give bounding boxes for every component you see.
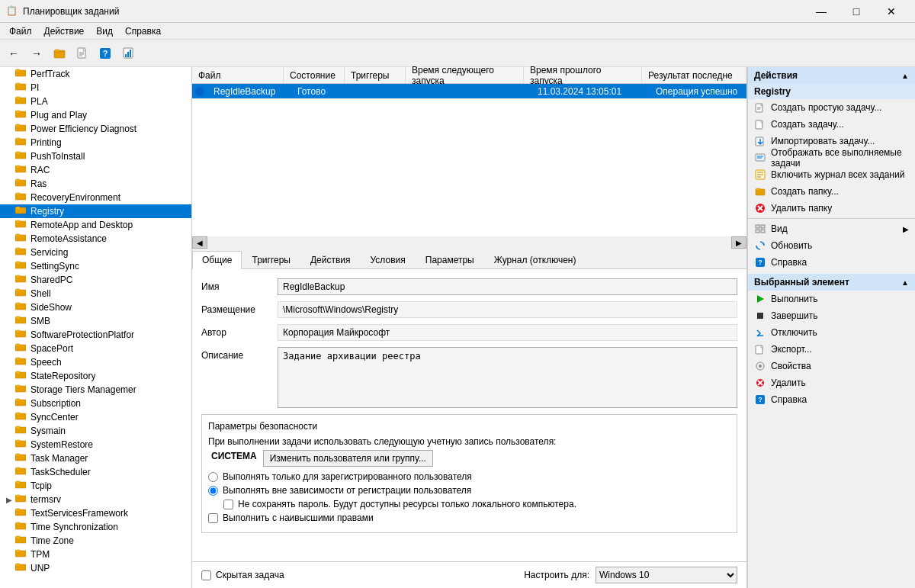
tree-item-PI[interactable]: PI: [0, 81, 191, 95]
col-next-run[interactable]: Время следующего запуска: [406, 67, 524, 83]
scroll-right-btn[interactable]: ▶: [731, 236, 746, 249]
table-row[interactable]: RegIdleBackup Готово 11.03.2024 13:05:01…: [192, 84, 746, 99]
create-simple-task-action[interactable]: Создать простую задачу...: [748, 99, 915, 116]
tree-item-PLA[interactable]: PLA: [0, 95, 191, 108]
change-user-button[interactable]: Изменить пользователя или группу...: [263, 450, 433, 467]
tree-item-Printing[interactable]: Printing: [0, 136, 191, 149]
tree-item-SideShow[interactable]: SideShow: [0, 300, 191, 314]
scroll-left-btn[interactable]: ◀: [192, 236, 207, 249]
export-action[interactable]: Экспорт...: [748, 341, 915, 358]
tree-item-StateRepository[interactable]: StateRepository: [0, 369, 191, 383]
tree-item-Sysmain[interactable]: Sysmain: [0, 424, 191, 438]
tree-item-RemoteApp[interactable]: RemoteApp and Desktop: [0, 218, 191, 232]
tree-item-TimeSynchronization[interactable]: Time Synchronization: [0, 520, 191, 534]
show-running-tasks-action[interactable]: Отображать все выполняемые задачи: [748, 149, 915, 166]
tree-item-Speech[interactable]: Speech: [0, 355, 191, 369]
h-scrollbar[interactable]: ◀ ▶: [192, 236, 746, 249]
folder-icon-TaskScheduler: [15, 466, 27, 478]
properties-action[interactable]: Свойства: [748, 358, 915, 374]
tree-item-SoftwareProtectionPlatfor[interactable]: SoftwareProtectionPlatfor: [0, 328, 191, 342]
scroll-track[interactable]: [207, 236, 731, 249]
tree-item-termsrv[interactable]: ▶termsrv: [0, 493, 191, 506]
tree-item-RecoveryEnvironment[interactable]: RecoveryEnvironment: [0, 191, 191, 204]
tree-item-PlugAndPlay[interactable]: Plug and Play: [0, 108, 191, 122]
delete-action[interactable]: Удалить: [748, 374, 915, 391]
forward-button[interactable]: →: [26, 43, 47, 64]
table-body[interactable]: RegIdleBackup Готово 11.03.2024 13:05:01…: [192, 84, 746, 236]
radio-logged-in[interactable]: [208, 472, 218, 482]
disable-action[interactable]: Отключить: [748, 324, 915, 341]
radio-regardless[interactable]: [208, 486, 218, 496]
col-last-run[interactable]: Время прошлого запуска: [524, 67, 642, 83]
help2-action[interactable]: ? Справка: [748, 391, 915, 408]
delete-folder-action[interactable]: Удалить папку: [748, 200, 915, 217]
tree-item-Registry[interactable]: Registry: [0, 204, 191, 218]
view-action[interactable]: Вид ▶: [748, 220, 915, 237]
tab-conditions[interactable]: Условия: [361, 251, 416, 268]
tree-item-Tcpip[interactable]: Tcpip: [0, 479, 191, 493]
col-status[interactable]: Состояние: [284, 67, 345, 83]
tab-general[interactable]: Общие: [192, 251, 242, 269]
tree-item-PushToInstall[interactable]: PushToInstall: [0, 149, 191, 163]
tree-item-SpacePort[interactable]: SpacePort: [0, 342, 191, 355]
tree-panel[interactable]: PerfTrackPIPLAPlug and PlayPower Efficie…: [0, 67, 192, 588]
tree-item-Shell[interactable]: Shell: [0, 287, 191, 300]
actions-section-header[interactable]: Действия ▲: [748, 67, 915, 84]
menu-help[interactable]: Справка: [119, 24, 167, 38]
tab-triggers[interactable]: Триггеры: [242, 251, 300, 268]
tree-item-PowerEfficiency[interactable]: Power Efficiency Diagnost: [0, 122, 191, 136]
name-input[interactable]: [278, 278, 737, 295]
menu-view[interactable]: Вид: [90, 24, 119, 38]
maximize-button[interactable]: □: [839, 0, 874, 23]
run-action[interactable]: Выполнить: [748, 291, 915, 307]
tree-item-Servicing[interactable]: Servicing: [0, 246, 191, 259]
tree-item-PerfTrack[interactable]: PerfTrack: [0, 67, 191, 81]
selected-section-header[interactable]: Выбранный элемент ▲: [748, 274, 915, 291]
col-triggers[interactable]: Триггеры: [345, 67, 406, 83]
tree-item-SystemRestore[interactable]: SystemRestore: [0, 438, 191, 451]
tab-actions[interactable]: Действия: [300, 251, 361, 268]
tab-journal[interactable]: Журнал (отключен): [484, 251, 586, 268]
refresh-action[interactable]: Обновить: [748, 237, 915, 254]
tab-parameters[interactable]: Параметры: [416, 251, 484, 268]
tree-item-TextServicesFramework[interactable]: TextServicesFramework: [0, 506, 191, 520]
close-button[interactable]: ✕: [874, 0, 909, 23]
hidden-task-checkbox[interactable]: [201, 570, 211, 580]
tree-item-RAC[interactable]: RAC: [0, 163, 191, 177]
tree-item-SyncCenter[interactable]: SyncCenter: [0, 410, 191, 424]
doc-button[interactable]: [72, 43, 93, 64]
tree-item-Subscription[interactable]: Subscription: [0, 397, 191, 410]
configure-select[interactable]: Windows 10 Windows 7, Vista, Server 2008…: [596, 567, 737, 583]
tree-item-TaskManager[interactable]: Task Manager: [0, 451, 191, 465]
tree-item-SettingSync[interactable]: SettingSync: [0, 259, 191, 273]
tree-item-UNP[interactable]: UNP: [0, 561, 191, 575]
folder-button[interactable]: [49, 43, 70, 64]
menu-file[interactable]: Файл: [3, 24, 38, 38]
create-task-action[interactable]: Создать задачу...: [748, 116, 915, 133]
chart-button[interactable]: [117, 43, 139, 64]
end-action[interactable]: Завершить: [748, 307, 915, 324]
checkbox-no-password[interactable]: [223, 500, 233, 509]
checkbox-highest-privilege[interactable]: [208, 513, 218, 523]
tree-item-TPM[interactable]: TPM: [0, 548, 191, 561]
tree-item-SharedPC[interactable]: SharedPC: [0, 273, 191, 287]
description-textarea[interactable]: [278, 347, 737, 408]
tree-item-Ras[interactable]: Ras: [0, 177, 191, 191]
expand-icon-PerfTrack: [3, 68, 15, 80]
tree-item-RemoteAssistance[interactable]: RemoteAssistance: [0, 232, 191, 246]
back-button[interactable]: ←: [3, 43, 24, 64]
help-action[interactable]: ? Справка: [748, 254, 915, 271]
menu-action[interactable]: Действие: [38, 24, 91, 38]
col-last-result[interactable]: Результат последне: [642, 67, 746, 83]
minimize-button[interactable]: —: [804, 0, 839, 23]
help-toolbar-button[interactable]: ?: [95, 43, 116, 64]
tree-item-SMB[interactable]: SMB: [0, 314, 191, 328]
tree-item-TaskScheduler[interactable]: TaskScheduler: [0, 465, 191, 479]
tree-label-SoftwareProtectionPlatfor: SoftwareProtectionPlatfor: [30, 329, 134, 340]
tree-item-StorageTiers[interactable]: Storage Tiers Managemer: [0, 383, 191, 397]
col-name[interactable]: Файл: [192, 67, 284, 83]
expand-icon-TPM: [3, 548, 15, 561]
create-folder-action[interactable]: Создать папку...: [748, 183, 915, 200]
enable-journal-action[interactable]: Включить журнал всех заданий: [748, 166, 915, 183]
tree-item-TimeZone[interactable]: Time Zone: [0, 534, 191, 548]
